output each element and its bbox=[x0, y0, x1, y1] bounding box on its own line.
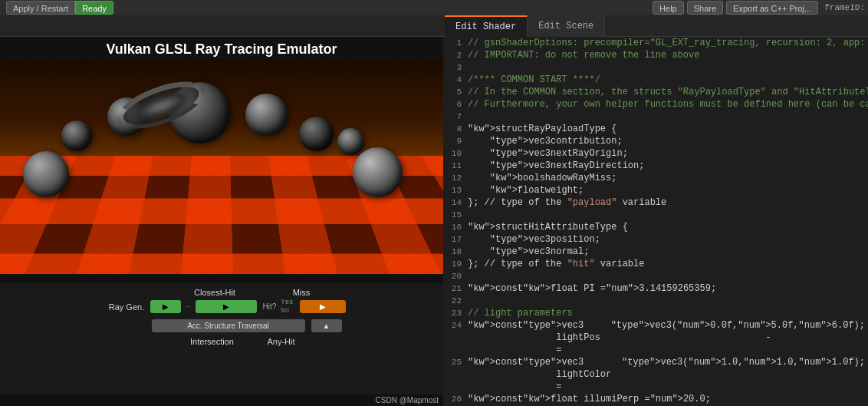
code-line-14: 14 }; // type of the "payload" variable bbox=[443, 196, 868, 209]
line-number: 2 bbox=[446, 49, 468, 61]
line-content bbox=[468, 111, 473, 123]
tabbar: Edit Shader Edit Scene bbox=[0, 15, 868, 37]
miss-box: ▶ bbox=[300, 300, 346, 313]
code-line-20: 20 bbox=[443, 270, 868, 282]
line-number: 5 bbox=[446, 86, 468, 98]
code-line-11: 11 "type">vec3 nextRayDirection; bbox=[443, 160, 868, 172]
line-content: "kw">const bbox=[468, 282, 523, 295]
line-number: 10 bbox=[446, 147, 468, 160]
line-content: // gsnShaderOptions: precompiler="GL_EXT… bbox=[468, 37, 868, 49]
line-number: 3 bbox=[446, 61, 468, 74]
line-number: 19 bbox=[446, 258, 468, 270]
miss-label: Miss bbox=[282, 288, 321, 297]
code-line-1: 1 // gsnShaderOptions: precompiler="GL_E… bbox=[443, 37, 868, 49]
line-content bbox=[468, 295, 473, 307]
line-content: // In the COMMON section, the structs "R… bbox=[468, 86, 868, 98]
acc-traversal-box: Acc. Structure Traversal bbox=[152, 319, 305, 332]
credits: CSDN @Mapmost bbox=[0, 394, 443, 406]
line-number: 1 bbox=[446, 37, 468, 49]
line-content bbox=[468, 61, 473, 74]
code-line-2: 2 // IMPORTANT: do not remove the line a… bbox=[443, 49, 868, 61]
line-content: "kw">struct bbox=[468, 123, 528, 135]
help-button[interactable]: Help bbox=[653, 1, 684, 15]
code-line-17: 17 "type">vec3 position; bbox=[443, 233, 868, 246]
line-content: "type">vec3 bbox=[468, 147, 551, 160]
line-number: 4 bbox=[446, 74, 468, 86]
share-button[interactable]: Share bbox=[687, 1, 723, 15]
topbar: Apply / Restart Ready Help Share Export … bbox=[0, 0, 868, 15]
scene-canvas bbox=[0, 59, 443, 274]
topbar-right: Help Share Export as C++ Proj... frameID… bbox=[653, 1, 865, 15]
sphere-5 bbox=[299, 117, 334, 151]
line-number: 7 bbox=[446, 111, 468, 123]
line-content: "kw">struct bbox=[468, 221, 528, 233]
line-content: "kw">float bbox=[468, 184, 545, 196]
line-content: // IMPORTANT: do not remove the line abo… bbox=[468, 49, 699, 61]
line-content: }; // type of the "payload" variable bbox=[468, 196, 666, 209]
any-hit-label: Any-Hit bbox=[258, 337, 304, 346]
tab-edit-scene[interactable]: Edit Scene bbox=[528, 15, 605, 37]
code-line-26: 26 "kw">const "kw">float illumiPerp = "n… bbox=[443, 393, 868, 405]
line-number: 6 bbox=[446, 98, 468, 111]
line-content: "kw">const bbox=[468, 356, 523, 393]
hit-question: Hit? bbox=[263, 302, 277, 311]
sphere-4 bbox=[61, 120, 92, 151]
acc-traversal-box2: ▲ bbox=[311, 319, 342, 332]
line-number: 8 bbox=[446, 123, 468, 135]
sphere-8 bbox=[353, 147, 403, 197]
line-number: 24 bbox=[446, 319, 468, 356]
code-line-25: 25 "kw">const "type">vec3 lightColor = "… bbox=[443, 356, 868, 393]
sphere-6 bbox=[337, 128, 364, 155]
code-line-19: 19 }; // type of the "hit" variable bbox=[443, 258, 868, 270]
code-line-22: 22 bbox=[443, 295, 868, 307]
line-number: 11 bbox=[446, 160, 468, 172]
tab-edit-shader[interactable]: Edit Shader bbox=[445, 15, 528, 37]
code-line-23: 23 // light parameters bbox=[443, 307, 868, 319]
line-number: 14 bbox=[446, 196, 468, 209]
no-label: No bbox=[281, 307, 293, 315]
closest-hit-label: Closest-Hit bbox=[184, 288, 245, 297]
code-line-12: 12 "kw">bool shadowRayMiss; bbox=[443, 172, 868, 184]
line-number: 13 bbox=[446, 184, 468, 196]
line-content: }; // type of the "hit" variable bbox=[468, 258, 644, 270]
frame-id-label: frameID: bbox=[824, 3, 865, 12]
line-content: "kw">bool bbox=[468, 172, 540, 184]
line-content: "type">vec3 bbox=[468, 160, 551, 172]
apply-restart-button[interactable]: Apply / Restart bbox=[6, 1, 75, 15]
code-editor[interactable]: 1 // gsnShaderOptions: precompiler="GL_E… bbox=[443, 37, 868, 406]
code-line-7: 7 bbox=[443, 111, 868, 123]
code-line-9: 9 "type">vec3 contribution; bbox=[443, 135, 868, 147]
line-number: 16 bbox=[446, 221, 468, 233]
ray-gen-label: Ray Gen. bbox=[105, 302, 147, 312]
left-panel: Vulkan GLSL Ray Tracing Emulator bbox=[0, 37, 443, 406]
line-number: 26 bbox=[446, 393, 468, 405]
code-line-10: 10 "type">vec3 nextRayOrigin; bbox=[443, 147, 868, 160]
closest-hit-box: ▶ bbox=[196, 300, 257, 313]
sphere-3 bbox=[245, 94, 288, 136]
line-number: 25 bbox=[446, 356, 468, 393]
line-content: /**** COMMON START ****/ bbox=[468, 74, 600, 86]
main-content: Vulkan GLSL Ray Tracing Emulator bbox=[0, 37, 868, 406]
code-line-4: 4 /**** COMMON START ****/ bbox=[443, 74, 868, 86]
line-content: // light parameters bbox=[468, 307, 573, 319]
line-number: 12 bbox=[446, 172, 468, 184]
ray-gen-box: ▶ bbox=[150, 300, 181, 313]
code-line-15: 15 bbox=[443, 209, 868, 221]
line-number: 9 bbox=[446, 135, 468, 147]
line-content: // Furthermore, your own helper function… bbox=[468, 98, 868, 111]
line-content bbox=[468, 209, 473, 221]
code-line-21: 21 "kw">const "kw">float PI = "num">3.14… bbox=[443, 282, 868, 295]
topbar-left: Apply / Restart Ready bbox=[6, 1, 113, 15]
code-line-18: 18 "type">vec3 normal; bbox=[443, 246, 868, 258]
export-button[interactable]: Export as C++ Proj... bbox=[726, 1, 818, 15]
scene-view bbox=[0, 59, 443, 283]
line-number: 22 bbox=[446, 295, 468, 307]
code-line-24: 24 "kw">const "type">vec3 lightPos = "ty… bbox=[443, 319, 868, 356]
code-line-16: 16 "kw">struct HitAttributeType { bbox=[443, 221, 868, 233]
ready-button[interactable]: Ready bbox=[75, 1, 113, 15]
line-content: "type">vec3 bbox=[468, 233, 551, 246]
app-title: Vulkan GLSL Ray Tracing Emulator bbox=[0, 37, 443, 59]
code-line-5: 5 // In the COMMON section, the structs … bbox=[443, 86, 868, 98]
yes-label: Yes bbox=[281, 299, 293, 306]
line-number: 23 bbox=[446, 307, 468, 319]
